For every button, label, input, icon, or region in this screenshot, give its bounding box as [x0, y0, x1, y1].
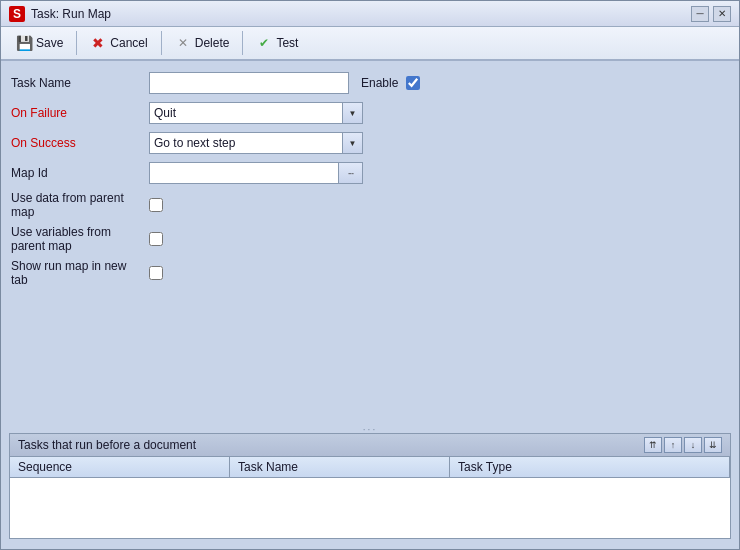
spacer [11, 287, 729, 425]
map-id-input[interactable] [150, 164, 338, 182]
move-down-button[interactable]: ↓ [684, 437, 702, 453]
on-success-value: Go to next step [150, 134, 342, 152]
table-body [10, 478, 730, 538]
toolbar: 💾 Save ✖ Cancel ✕ Delete ✔ Test [1, 27, 739, 61]
test-icon: ✔ [256, 35, 272, 51]
use-data-checkbox[interactable] [149, 198, 163, 212]
bottom-panel-title: Tasks that run before a document [18, 438, 196, 452]
form-section: Task Name Enable On Failure Quit ▼ On Su… [11, 71, 729, 287]
delete-icon: ✕ [175, 35, 191, 51]
column-sequence: Sequence [10, 457, 230, 477]
task-name-label: Task Name [11, 76, 141, 90]
use-data-label: Use data from parent map [11, 191, 141, 219]
enable-checkbox[interactable] [406, 76, 420, 90]
toolbar-separator-2 [161, 31, 162, 55]
toolbar-separator-1 [76, 31, 77, 55]
bottom-panel-header: Tasks that run before a document ⇈ ↑ ↓ ⇊ [10, 434, 730, 457]
toolbar-separator-3 [242, 31, 243, 55]
on-success-label: On Success [11, 136, 141, 150]
minimize-button[interactable]: ─ [691, 6, 709, 22]
on-failure-dropdown[interactable]: Quit ▼ [149, 102, 363, 124]
save-icon: 💾 [16, 35, 32, 51]
bottom-panel: Tasks that run before a document ⇈ ↑ ↓ ⇊… [9, 433, 731, 539]
show-run-checkbox[interactable] [149, 266, 163, 280]
window-controls: ─ ✕ [691, 6, 731, 22]
column-task-type: Task Type [450, 457, 730, 477]
map-id-row: Map Id ··· [11, 161, 729, 185]
close-button[interactable]: ✕ [713, 6, 731, 22]
map-id-container: ··· [149, 162, 363, 184]
panel-controls: ⇈ ↑ ↓ ⇊ [644, 437, 722, 453]
on-success-row: On Success Go to next step ▼ [11, 131, 729, 155]
on-failure-label: On Failure [11, 106, 141, 120]
on-failure-row: On Failure Quit ▼ [11, 101, 729, 125]
map-id-browse-button[interactable]: ··· [338, 163, 362, 183]
main-window: S Task: Run Map ─ ✕ 💾 Save ✖ Cancel ✕ De… [0, 0, 740, 550]
show-run-label: Show run map in new tab [11, 259, 141, 287]
delete-button[interactable]: ✕ Delete [166, 31, 239, 55]
on-failure-arrow[interactable]: ▼ [342, 103, 362, 123]
task-name-row: Task Name Enable [11, 71, 729, 95]
task-name-input[interactable] [149, 72, 349, 94]
on-success-arrow[interactable]: ▼ [342, 133, 362, 153]
move-top-button[interactable]: ⇈ [644, 437, 662, 453]
use-variables-row: Use variables from parent map [11, 225, 729, 253]
show-run-row: Show run map in new tab [11, 259, 729, 287]
table-header: Sequence Task Name Task Type [10, 457, 730, 478]
move-bottom-button[interactable]: ⇊ [704, 437, 722, 453]
move-up-button[interactable]: ↑ [664, 437, 682, 453]
content-area: Task Name Enable On Failure Quit ▼ On Su… [1, 61, 739, 549]
on-failure-value: Quit [150, 104, 342, 122]
cancel-icon: ✖ [90, 35, 106, 51]
enable-label: Enable [361, 76, 398, 90]
test-button[interactable]: ✔ Test [247, 31, 307, 55]
on-success-dropdown[interactable]: Go to next step ▼ [149, 132, 363, 154]
cancel-button[interactable]: ✖ Cancel [81, 31, 156, 55]
map-id-label: Map Id [11, 166, 141, 180]
title-bar: S Task: Run Map ─ ✕ [1, 1, 739, 27]
window-title: Task: Run Map [31, 7, 685, 21]
resize-handle[interactable]: ··· [11, 425, 729, 433]
save-button[interactable]: 💾 Save [7, 31, 72, 55]
main-area: Task Name Enable On Failure Quit ▼ On Su… [11, 71, 729, 539]
app-icon: S [9, 6, 25, 22]
use-variables-checkbox[interactable] [149, 232, 163, 246]
use-data-row: Use data from parent map [11, 191, 729, 219]
use-variables-label: Use variables from parent map [11, 225, 141, 253]
column-task-name: Task Name [230, 457, 450, 477]
